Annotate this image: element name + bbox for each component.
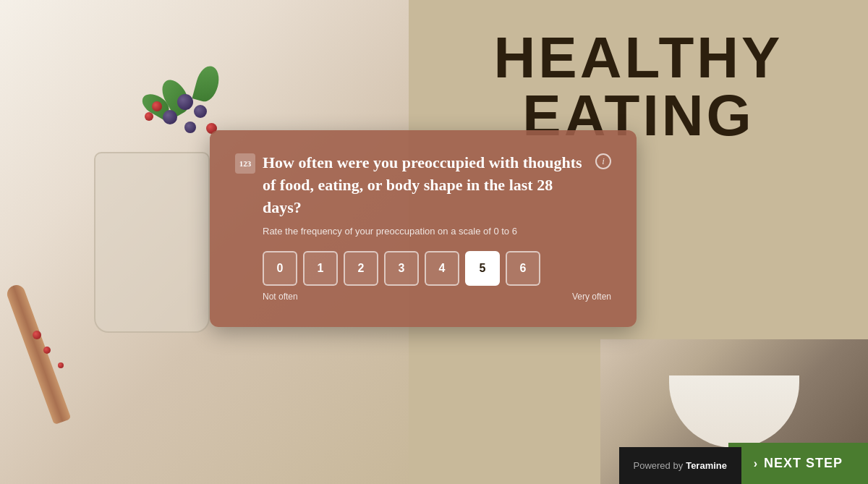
question-subtitle: Rate the frequency of your preoccupation… xyxy=(263,226,611,237)
brand-label: Teramine xyxy=(686,460,727,471)
rating-btn-4[interactable]: 4 xyxy=(425,251,459,286)
label-not-often: Not often xyxy=(263,292,298,302)
question-modal: 123 How often were you preoccupied with … xyxy=(210,130,637,327)
question-header: 123 How often were you preoccupied with … xyxy=(235,152,611,218)
next-arrow-icon: › xyxy=(754,457,758,470)
page-title: HEALTHY EATING xyxy=(494,29,783,145)
blueberry xyxy=(184,122,196,133)
rating-btn-1[interactable]: 1 xyxy=(303,251,338,286)
rating-row: 0 1 2 3 4 5 6 xyxy=(263,251,611,286)
mint-leaf xyxy=(192,64,223,104)
scattered-berry xyxy=(58,362,64,368)
redberry xyxy=(152,101,162,111)
question-text: How often were you preoccupied with thou… xyxy=(263,152,588,218)
page-container: HEALTHY EATING › Next Step Powered by Te… xyxy=(0,0,868,484)
next-step-button[interactable]: › Next Step xyxy=(728,443,868,484)
jar-body xyxy=(94,152,210,333)
rating-btn-5[interactable]: 5 xyxy=(465,251,500,286)
blueberry xyxy=(194,105,207,118)
blueberry xyxy=(163,110,177,124)
next-step-label: Next Step xyxy=(764,456,843,471)
rating-btn-0[interactable]: 0 xyxy=(263,251,297,286)
rating-btn-3[interactable]: 3 xyxy=(384,251,419,286)
bowl-shape xyxy=(669,375,799,448)
question-type-icon: 123 xyxy=(235,153,255,174)
info-icon[interactable]: i xyxy=(595,153,611,169)
powered-by-badge: Powered by Teramine xyxy=(619,447,742,484)
redberry xyxy=(145,112,153,121)
scattered-berry xyxy=(43,347,51,354)
rating-btn-6[interactable]: 6 xyxy=(506,251,540,286)
blueberry xyxy=(177,94,193,110)
title-line1: HEALTHY xyxy=(494,29,783,87)
wooden-spoon xyxy=(5,283,72,425)
powered-label: Powered by xyxy=(634,460,684,471)
rating-btn-2[interactable]: 2 xyxy=(344,251,378,286)
label-very-often: Very often xyxy=(572,292,611,302)
rating-labels: Not often Very often xyxy=(263,292,611,302)
scattered-berry xyxy=(33,331,41,339)
